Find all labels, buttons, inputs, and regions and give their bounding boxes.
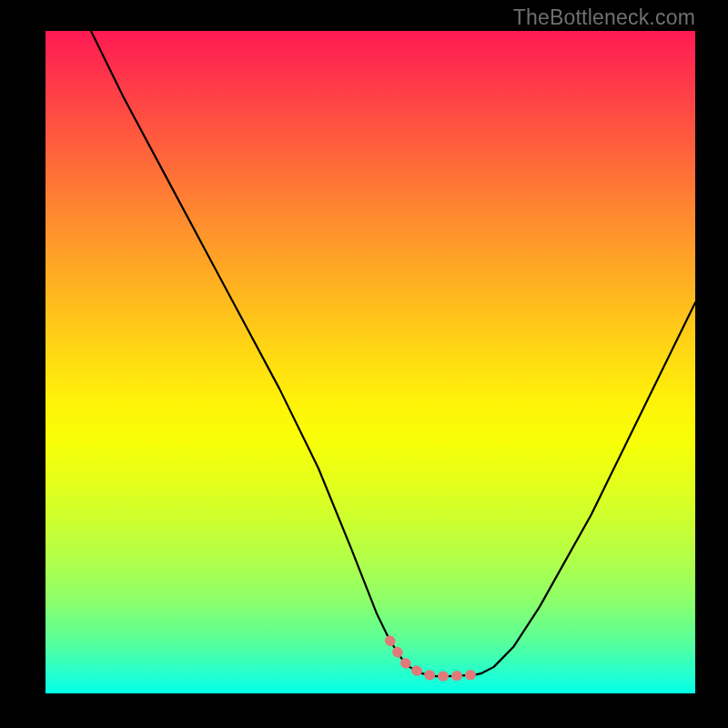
chart-svg	[46, 31, 695, 693]
bottleneck-curve	[91, 31, 695, 676]
plot-area	[46, 31, 695, 693]
watermark-text: TheBottleneck.com	[513, 5, 695, 30]
optimal-range-marker	[389, 641, 480, 676]
chart-container: TheBottleneck.com	[0, 0, 728, 728]
